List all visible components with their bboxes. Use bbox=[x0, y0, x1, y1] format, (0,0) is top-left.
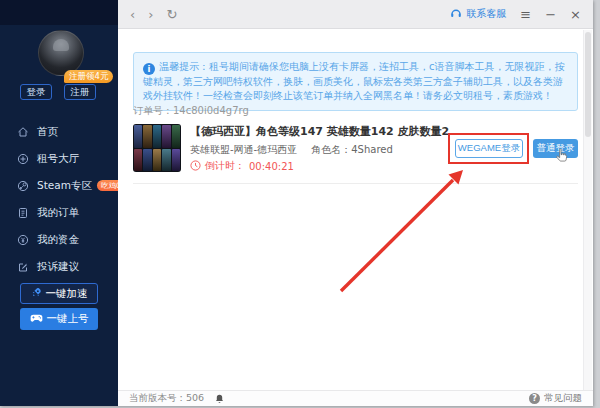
headset-icon bbox=[450, 7, 462, 21]
scrollbar-thumb[interactable] bbox=[585, 32, 591, 137]
minimize-button[interactable]: − bbox=[545, 8, 556, 21]
sidebar-item-home[interactable]: 首页 bbox=[0, 118, 118, 145]
order-title: 【德玛西亚】角色等级147 英雄数量142 皮肤数量2.. bbox=[190, 124, 458, 139]
annotation-highlight-box bbox=[448, 133, 529, 164]
info-icon: i bbox=[143, 63, 155, 75]
sidebar-item-my-funds[interactable]: 我的资金 bbox=[0, 226, 118, 253]
accelerate-button[interactable]: 一键加速 bbox=[20, 283, 98, 304]
app-window: 注册领4元 登录 注册 首页 租号大厅 Steam专区 吃鸡0元 bbox=[0, 0, 593, 406]
funds-icon bbox=[17, 234, 29, 246]
rocket-icon bbox=[31, 287, 42, 300]
countdown: 倒计时：00:40:21 bbox=[190, 159, 294, 173]
order-number: 订单号：14c80i0d4g7rg bbox=[133, 104, 249, 118]
order-page: i温馨提示：租号期间请确保您电脑上没有卡屏器，连招工具，c语音脚本工具，无限视距… bbox=[118, 30, 593, 390]
back-button[interactable]: ‹ bbox=[130, 8, 135, 21]
refresh-button[interactable]: ↻ bbox=[166, 8, 177, 21]
sidebar-header bbox=[0, 0, 118, 25]
orders-icon bbox=[17, 207, 29, 219]
statusbar: 当前版本号：506 ? 常见问题 bbox=[118, 390, 593, 406]
order-meta: 英雄联盟-网通-德玛西亚角色名：4Shared bbox=[190, 143, 393, 157]
faq-link[interactable]: ? 常见问题 bbox=[529, 392, 582, 405]
feedback-icon bbox=[17, 261, 29, 273]
sidebar-item-label: 投诉建议 bbox=[37, 260, 79, 274]
accelerate-label: 一键加速 bbox=[46, 287, 88, 301]
register-bonus-badge: 注册领4元 bbox=[64, 70, 113, 83]
contact-support-label: 联系客服 bbox=[466, 7, 506, 21]
titlebar: ‹ › ↻ 联系客服 ≡ − × bbox=[118, 0, 593, 29]
card-separator bbox=[133, 183, 578, 184]
clock-icon bbox=[190, 160, 201, 173]
role-name: 4Shared bbox=[351, 144, 393, 155]
order-number-label: 订单号： bbox=[133, 105, 173, 116]
question-icon: ? bbox=[529, 393, 540, 404]
sidebar-item-my-orders[interactable]: 我的订单 bbox=[0, 199, 118, 226]
onekey-label: 一键上号 bbox=[47, 312, 89, 326]
countdown-label: 倒计时： bbox=[205, 159, 245, 173]
bell-icon[interactable] bbox=[215, 394, 224, 406]
register-button[interactable]: 注册 bbox=[64, 84, 96, 100]
order-card: 【德玛西亚】角色等级147 英雄数量142 皮肤数量2.. 英雄联盟-网通-德玛… bbox=[133, 122, 578, 184]
one-key-login-button[interactable]: 一键上号 bbox=[20, 308, 98, 330]
sidebar-item-label: 我的订单 bbox=[37, 206, 79, 220]
notice-text: 温馨提示：租号期间请确保您电脑上没有卡屏器，连招工具，c语音脚本工具，无限视距，… bbox=[143, 61, 565, 101]
hand-cursor-icon bbox=[555, 148, 568, 167]
main-area: ‹ › ↻ 联系客服 ≡ − × i温馨提示：租号期间请确保您电脑上没有卡屏器，… bbox=[118, 0, 593, 406]
scrollbar[interactable] bbox=[583, 30, 592, 390]
sidebar-item-label: 我的资金 bbox=[37, 233, 79, 247]
game-info: 英雄联盟-网通-德玛西亚 bbox=[190, 144, 297, 155]
window-menu-button[interactable]: ≡ bbox=[520, 8, 531, 21]
forward-button[interactable]: › bbox=[148, 8, 153, 21]
contact-support-button[interactable]: 联系客服 bbox=[450, 7, 506, 21]
home-icon bbox=[17, 126, 29, 138]
role-label: 角色名： bbox=[311, 144, 351, 155]
sidebar-item-label: Steam专区 bbox=[37, 179, 92, 193]
version-text: 当前版本号：506 bbox=[129, 392, 204, 405]
sidebar-item-label: 首页 bbox=[37, 125, 58, 139]
steam-icon bbox=[17, 180, 29, 192]
order-number-value: 14c80i0d4g7rg bbox=[173, 105, 249, 116]
login-button[interactable]: 登录 bbox=[20, 84, 52, 100]
faq-label: 常见问题 bbox=[544, 392, 582, 405]
sidebar: 注册领4元 登录 注册 首页 租号大厅 Steam专区 吃鸡0元 bbox=[0, 0, 118, 406]
sidebar-item-label: 租号大厅 bbox=[37, 152, 79, 166]
sidebar-item-steam[interactable]: Steam专区 吃鸡0元 bbox=[0, 172, 118, 199]
close-button[interactable]: × bbox=[570, 8, 581, 21]
sidebar-menu: 首页 租号大厅 Steam专区 吃鸡0元 我的订单 bbox=[0, 118, 118, 280]
order-thumbnail bbox=[133, 124, 181, 172]
sidebar-item-rental-hall[interactable]: 租号大厅 bbox=[0, 145, 118, 172]
gamepad-icon bbox=[30, 313, 43, 325]
notice-banner: i温馨提示：租号期间请确保您电脑上没有卡屏器，连招工具，c语音脚本工具，无限视距… bbox=[133, 52, 578, 111]
countdown-value: 00:40:21 bbox=[249, 161, 294, 172]
sidebar-item-feedback[interactable]: 投诉建议 bbox=[0, 253, 118, 280]
hall-icon bbox=[17, 153, 29, 165]
